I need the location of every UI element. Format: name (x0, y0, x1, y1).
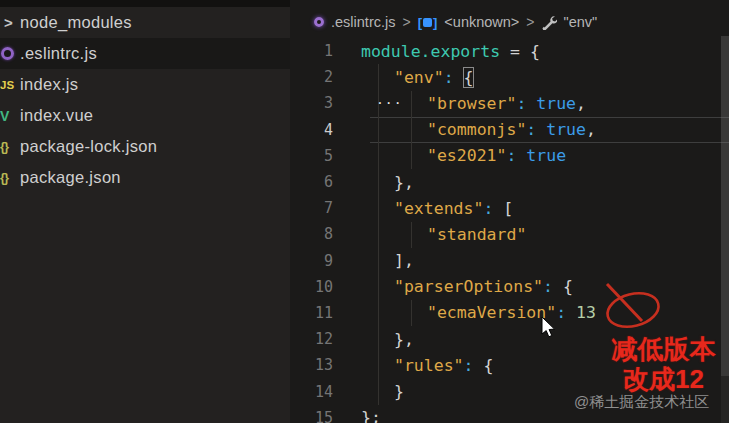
sidebar-item-node-modules[interactable]: >node_modules (0, 7, 290, 38)
line-number[interactable]: 14 (290, 383, 347, 401)
line-number[interactable]: 9 (290, 252, 347, 270)
hint-squiggle: ... (376, 97, 402, 103)
code-text: "parserOptions": { (347, 277, 573, 296)
breadcrumb-property[interactable]: "env" (564, 14, 598, 30)
file-explorer: >node_modules.eslintrc.jsJSindex.jsVinde… (0, 7, 290, 423)
sidebar-item-package-json[interactable]: {}package.json (0, 162, 290, 193)
line-number[interactable]: 2 (290, 68, 347, 86)
file-label: index.vue (20, 106, 93, 125)
eslint-icon (314, 17, 324, 27)
breadcrumb: .eslintrc.js > [] <unknown> > "env" (290, 8, 597, 36)
file-label: .eslintrc.js (20, 44, 97, 63)
annotation-note-line1: 减低版本 (601, 334, 726, 364)
annotation-note-line2: 改成12 (601, 364, 726, 394)
code-text: "ecmaVersion": 13 (347, 303, 596, 322)
line-number[interactable]: 7 (290, 199, 347, 217)
file-list: >node_modules.eslintrc.jsJSindex.jsVinde… (0, 7, 290, 193)
indent-guide (411, 91, 412, 169)
chevron-right-icon: > (0, 14, 20, 31)
code-text: "rules": { (347, 356, 493, 375)
json-icon: {} (0, 139, 20, 154)
vscode-window: >node_modules.eslintrc.jsJSindex.jsVinde… (0, 0, 729, 423)
code-text: ], (347, 251, 414, 270)
scrollbar-thumb[interactable] (721, 36, 729, 376)
code-text: module.exports = { (347, 42, 540, 61)
code-text: "standard" (347, 225, 526, 244)
json-icon: {} (0, 170, 20, 185)
code-line-1[interactable]: 1module.exports = { (290, 38, 729, 64)
file-label: package.json (20, 168, 121, 187)
indent-guide (378, 64, 379, 405)
code-text: "es2021": true (347, 146, 566, 165)
line-number[interactable]: 1 (290, 42, 347, 60)
breadcrumb-file[interactable]: .eslintrc.js (331, 14, 395, 30)
line-number[interactable]: 3 (290, 94, 347, 112)
code-text: "commonjs": true, (347, 120, 596, 139)
sidebar-item-index-vue[interactable]: Vindex.vue (0, 100, 290, 131)
vue-icon: V (0, 108, 20, 124)
code-line-9[interactable]: 9], (290, 248, 729, 274)
indent-guide (411, 300, 412, 326)
line-number[interactable]: 11 (290, 304, 347, 322)
breadcrumb-symbol[interactable]: <unknown> (444, 14, 519, 30)
indent-guide (411, 222, 412, 248)
line-number[interactable]: 5 (290, 147, 347, 165)
wrench-icon (542, 15, 557, 30)
code-line-11[interactable]: 11"ecmaVersion": 13 (290, 300, 729, 326)
line-number[interactable]: 13 (290, 356, 347, 374)
code-line-4[interactable]: 4"commonjs": true, (290, 117, 729, 143)
file-label: index.js (20, 75, 78, 94)
line-number[interactable]: 4 (290, 121, 347, 139)
code-text: } (347, 382, 404, 401)
line-number[interactable]: 8 (290, 225, 347, 243)
sidebar-item-package-lock-json[interactable]: {}package-lock.json (0, 131, 290, 162)
code-line-6[interactable]: 6}, (290, 169, 729, 195)
code-line-2[interactable]: 2"env": { (290, 64, 729, 90)
chevron-right-icon: > (526, 14, 534, 30)
code-line-10[interactable]: 10"parserOptions": { (290, 274, 729, 300)
line-number[interactable]: 10 (290, 278, 347, 296)
code-line-3[interactable]: 3"browser": true, (290, 90, 729, 116)
file-label: package-lock.json (20, 137, 157, 156)
eslint-icon (0, 47, 20, 60)
code-text: }, (347, 173, 414, 192)
module-symbol-icon: [] (418, 15, 438, 30)
code-line-5[interactable]: 5"es2021": true (290, 143, 729, 169)
line-number[interactable]: 6 (290, 173, 347, 191)
javascript-icon: JS (0, 79, 20, 91)
chevron-right-icon: > (402, 14, 410, 30)
code-text: }, (347, 330, 414, 349)
sidebar-item-index-js[interactable]: JSindex.js (0, 69, 290, 100)
annotation-note: 减低版本 改成12 (601, 334, 726, 394)
watermark: @稀土掘金技术社区 (574, 393, 709, 412)
code-text: "extends": [ (347, 199, 513, 218)
code-line-8[interactable]: 8"standard" (290, 221, 729, 247)
line-number[interactable]: 15 (290, 409, 347, 423)
file-label: node_modules (20, 13, 132, 32)
line-number[interactable]: 12 (290, 330, 347, 348)
code-text: }; (347, 408, 381, 423)
code-text: "env": { (347, 68, 473, 87)
sidebar-item--eslintrc-js[interactable]: .eslintrc.js (0, 38, 290, 69)
code-line-7[interactable]: 7"extends": [ (290, 195, 729, 221)
